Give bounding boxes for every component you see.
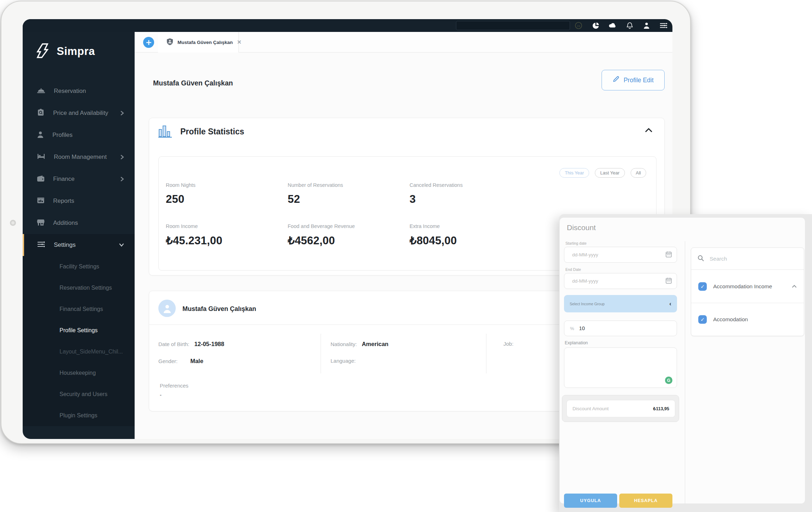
sidebar-item-price-and-availability[interactable]: Price and Availability [23,102,135,124]
column-divider [486,334,486,373]
tab-bar: Mustafa Güven Çalışkan ✕ [135,32,672,52]
chevron-up-icon[interactable] [792,285,797,288]
sidebar: Simpra Reservation Price and Availabilit… [23,19,135,439]
avatar [158,300,176,317]
income-group-list: ✓ Accommodation Income ✓ Accomodation [691,247,804,336]
sidebar-item-housekeeping[interactable]: Housekeeping [23,362,135,384]
tab-mustafa-guven-caliskan[interactable]: Mustafa Güven Çalışkan ✕ [158,32,239,52]
tab-close-icon[interactable]: ✕ [237,39,242,45]
store-icon [37,219,45,227]
sidebar-item-label: Reports [53,197,74,205]
sidebar-item-room-management[interactable]: Room Management [23,146,135,168]
chevron-right-icon [120,111,124,116]
svg-text:24: 24 [577,24,580,28]
search-input[interactable] [710,256,797,262]
app-logo: Simpra [36,43,95,60]
filter-last-year[interactable]: Last Year [595,168,625,178]
stat-room-nights: Room Nights 250 [166,182,196,206]
sidebar-item-profiles[interactable]: Profiles [23,124,135,146]
sidebar-item-additions[interactable]: Additions [23,212,135,234]
checkbox-checked-icon[interactable]: ✓ [698,315,707,324]
end-date-label: End Date [565,267,581,272]
clock-24-icon[interactable]: 24 [575,22,582,29]
sidebar-item-reports[interactable]: Reports [23,190,135,212]
stat-food-beverage-revenue: Food and Beverage Revenue ₺4562,00 [288,223,355,247]
person-icon [37,131,44,140]
starting-date-field [564,247,677,263]
discount-panel: Discount Starting date End Date Select I… [559,214,812,512]
percent-icon: % [570,326,574,331]
stat-extra-income: Extra Income ₺8045,00 [410,223,457,247]
settings-group: Settings Facility Settings Reservation S… [23,234,135,426]
sidebar-item-profile-settings[interactable]: Profile Settings [23,320,135,341]
preferences-label: Preferences [160,383,188,389]
sidebar-item-financal-settings[interactable]: Financal Settings [23,299,135,320]
stat-room-income: Room Income ₺45.231,00 [166,223,222,247]
bar-chart-icon [158,124,172,139]
sidebar-item-security-and-users[interactable]: Security and Users [23,384,135,405]
sidebar-item-reservation[interactable]: Reservation [23,80,135,102]
sidebar-item-finance[interactable]: Finance [23,168,135,190]
filter-all[interactable]: All [631,168,646,178]
statistics-header: Profile Statistics [158,124,244,139]
topbar-icons: 24 [575,19,667,32]
grammarly-icon[interactable]: G [665,377,672,384]
field-gender: Gender: Male [158,358,203,364]
statistics-title: Profile Statistics [180,127,244,137]
apply-button[interactable]: UYGULA [564,494,617,508]
discount-rate-field: % [564,321,677,336]
collapse-chevron-icon[interactable] [645,127,652,134]
starting-date-input[interactable] [572,252,666,257]
column-divider [321,334,321,373]
tablet-camera [10,220,16,226]
explanation-textarea[interactable] [564,348,677,388]
sliders-icon[interactable] [660,22,667,29]
user-icon[interactable] [643,22,650,29]
filter-this-year[interactable]: This Year [559,168,589,178]
topbar-search-input[interactable] [456,21,570,30]
bell-icon[interactable] [626,22,633,29]
new-tab-button[interactable] [143,37,154,48]
pencil-icon [613,76,619,84]
topbar: 24 [23,19,672,32]
sidebar-item-label: Price and Availability [53,110,108,117]
discount-amount-field[interactable]: Discount Amount ₺113,95 [566,400,675,417]
discount-rate-input[interactable] [579,325,672,331]
calendar-icon[interactable] [666,277,672,285]
cloud-icon[interactable] [609,22,616,29]
profile-edit-button[interactable]: Profile Edit [602,70,665,90]
price-board-icon [37,108,45,118]
end-date-field [564,273,677,289]
sidebar-nav: Reservation Price and Availability Profi… [23,80,135,426]
calendar-icon[interactable] [666,251,672,259]
sidebar-item-label: Reservation [54,88,86,95]
sidebar-item-label: Room Management [54,154,107,161]
period-filters: This Year Last Year All [559,168,646,178]
panel-divider [685,241,685,504]
sliders-icon [37,241,45,249]
field-date-of-birth: Date of Birth: 12-05-1988 [158,341,224,347]
income-group-accomodation[interactable]: ✓ Accomodation [691,303,804,336]
sidebar-item-plugin-settings[interactable]: Plugin Settings [23,405,135,426]
explanation-field: G [564,347,677,388]
chevron-right-icon [120,177,124,182]
field-job: Job: [503,341,518,347]
calculate-button[interactable]: HESAPLA [619,494,672,508]
income-group-search [691,248,804,270]
end-date-input[interactable] [572,278,666,284]
app-logo-text: Simpra [57,45,95,58]
income-group-accommodation-income[interactable]: ✓ Accommodation Income [691,270,804,303]
select-income-group-button[interactable]: Select Income Group ‹ [564,295,677,312]
discount-amount-value: ₺113,95 [653,406,670,411]
sidebar-item-layout-sidemenu-child[interactable]: Layout_SideMenu_Chil... [23,341,135,362]
sidebar-item-reservation-settings[interactable]: Reservation Settings [23,277,135,299]
sidebar-item-settings[interactable]: Settings [23,234,135,256]
report-icon [37,197,45,205]
sidebar-item-label: Finance [53,176,74,183]
pie-chart-icon[interactable] [592,22,599,29]
sidebar-item-facility-settings[interactable]: Facility Settings [23,256,135,277]
checkbox-checked-icon[interactable]: ✓ [698,282,707,291]
chevron-left-icon: ‹ [669,300,671,307]
page-title: Mustafa Güven Çalışkan [153,79,233,87]
sidebar-item-label: Additions [53,219,78,227]
